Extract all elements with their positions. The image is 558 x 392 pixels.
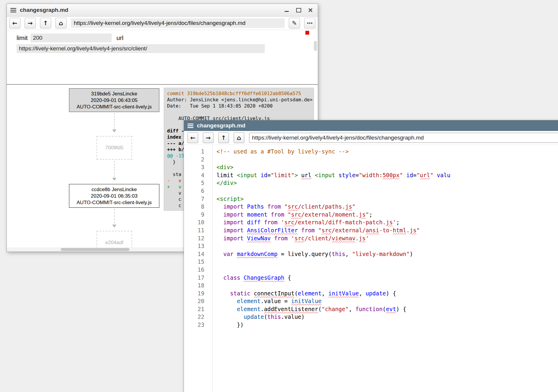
node-line: 319bde5 JensLincke [69, 91, 159, 97]
commit-detail-line: Date: Tue Sep 1 18:43:05 2020 +0200 [167, 103, 311, 109]
menu-icon[interactable] [10, 8, 16, 12]
code-line[interactable]: <!-- used as a #Tool by lively-sync --> [217, 148, 558, 156]
code-line[interactable]: limit <input id="limit"> url <input styl… [217, 171, 558, 179]
horizontal-scrollbar-thumb[interactable] [61, 248, 129, 251]
node-line: 2020-09-01 06:43:05 [69, 97, 159, 104]
code-line[interactable]: import Paths from "src/client/paths.js" [217, 203, 558, 211]
close-icon: × [308, 7, 312, 13]
node-line: ccdce8b JensLincke [69, 186, 159, 193]
edit-button[interactable]: ✎ [289, 18, 300, 28]
line-number[interactable]: 4 [184, 171, 204, 179]
code-line[interactable] [217, 156, 558, 164]
node-line: 2020-09-01 06:35:03 [69, 193, 159, 199]
titlebar[interactable]: changesgraph.md [184, 120, 558, 131]
code-line[interactable]: element.addEventListener("change", funct… [217, 305, 558, 313]
limit-input[interactable] [31, 33, 112, 42]
commit-detail-line: Author: JensLincke <jens.lincke@hpi.uni-… [167, 97, 311, 103]
node-line: e204adf [105, 239, 123, 246]
code-line[interactable]: class ChangesGraph { [217, 274, 558, 282]
line-number[interactable]: 15 [184, 258, 204, 266]
up-icon: ↑ [221, 134, 226, 141]
editor-code[interactable]: <!-- used as a #Tool by lively-sync --> … [213, 145, 558, 392]
forward-button[interactable]: → [25, 18, 36, 28]
changesgraph-form: limit url [7, 30, 318, 84]
line-number[interactable]: 13 [184, 242, 204, 250]
code-line[interactable]: <div> [217, 163, 558, 171]
line-number[interactable]: 2 [184, 156, 204, 164]
code-line[interactable] [217, 281, 558, 289]
line-number[interactable]: 21 [184, 305, 204, 313]
close-button[interactable]: × [307, 7, 314, 14]
node-line: 7009fd5 [105, 145, 123, 151]
line-number[interactable]: 3 [184, 163, 204, 171]
window-controls: × [283, 7, 314, 14]
node-line: AUTO-COMMIT-src-client-lively.js [69, 104, 159, 110]
url-label: url [116, 34, 123, 41]
line-number[interactable]: 14 [184, 250, 204, 258]
line-number[interactable]: 20 [184, 297, 204, 305]
titlebar[interactable]: changesgraph.md × [7, 4, 318, 17]
up-button[interactable]: ↑ [40, 18, 51, 28]
menu-icon[interactable] [187, 124, 193, 128]
navigation-toolbar: ← → ↑ ⌂ ✎ ⋯ [7, 17, 318, 30]
minimize-icon [285, 11, 289, 12]
code-line[interactable] [217, 187, 558, 195]
line-number[interactable]: 22 [184, 313, 204, 321]
line-number[interactable]: 16 [184, 266, 204, 274]
forward-button[interactable]: → [203, 132, 214, 143]
graph-edge-arrow [114, 113, 115, 132]
line-number[interactable]: 6 [184, 187, 204, 195]
line-number[interactable]: 12 [184, 234, 204, 242]
maximize-button[interactable] [295, 7, 302, 14]
home-button[interactable]: ⌂ [55, 18, 67, 28]
code-line[interactable] [217, 258, 558, 266]
back-button[interactable]: ← [9, 18, 20, 28]
back-icon: ← [12, 20, 17, 27]
code-line[interactable]: element.value = initValue [217, 297, 558, 305]
graph-node-ccdce8b[interactable]: ccdce8b JensLincke 2020-09-01 06:35:03 A… [69, 184, 159, 208]
line-number[interactable]: 17 [184, 274, 204, 282]
more-icon: ⋯ [307, 20, 313, 27]
vertical-scrollbar-thumb[interactable] [314, 41, 317, 51]
line-number[interactable]: 1 [184, 148, 204, 156]
navigation-toolbar: ← → ↑ ⌂ [184, 131, 558, 145]
forward-icon: → [206, 134, 211, 141]
line-number[interactable]: 19 [184, 289, 204, 297]
up-button[interactable]: ↑ [218, 132, 229, 143]
line-number[interactable]: 8 [184, 203, 204, 211]
graph-node-7009fd5[interactable]: 7009fd5 [97, 136, 132, 160]
url-input[interactable] [17, 44, 265, 53]
code-line[interactable]: import moment from "src/external/moment.… [217, 211, 558, 219]
line-number[interactable]: 11 [184, 226, 204, 234]
code-line[interactable] [217, 242, 558, 250]
code-line[interactable]: import AnsiColorFilter from "src/externa… [217, 226, 558, 234]
line-number[interactable]: 9 [184, 211, 204, 219]
code-line[interactable] [217, 266, 558, 274]
home-icon: ⌂ [237, 134, 241, 141]
more-button[interactable]: ⋯ [304, 18, 315, 28]
code-line[interactable]: <script> [217, 195, 558, 203]
line-number[interactable]: 5 [184, 179, 204, 187]
code-line[interactable]: }) [217, 321, 558, 329]
commit-detail-line [167, 109, 311, 115]
code-line[interactable]: import diff from 'src/external/diff-matc… [217, 218, 558, 226]
forward-icon: → [28, 20, 33, 27]
minimize-button[interactable] [283, 7, 291, 14]
line-number[interactable]: 10 [184, 218, 204, 226]
graph-node-319bde5[interactable]: 319bde5 JensLincke 2020-09-01 06:43:05 A… [69, 88, 159, 112]
code-line[interactable]: static connectInput(element, initValue, … [217, 289, 558, 297]
line-number[interactable]: 7 [184, 195, 204, 203]
home-icon: ⌂ [59, 20, 63, 27]
address-bar[interactable] [249, 133, 558, 143]
back-button[interactable]: ← [187, 132, 198, 143]
line-number[interactable]: 23 [184, 321, 204, 329]
maximize-icon [296, 8, 301, 12]
code-line[interactable]: import ViewNav from 'src/client/viewnav.… [217, 234, 558, 242]
line-number[interactable]: 18 [184, 281, 204, 289]
code-line[interactable]: var markdownComp = lively.query(this, "l… [217, 250, 558, 258]
address-bar[interactable] [71, 18, 285, 28]
code-line[interactable]: </div> [217, 179, 558, 187]
code-editor[interactable]: 1234567891011121314151617181920212223 <!… [184, 145, 558, 392]
code-line[interactable]: update(this.value) [217, 313, 558, 321]
home-button[interactable]: ⌂ [234, 132, 244, 143]
